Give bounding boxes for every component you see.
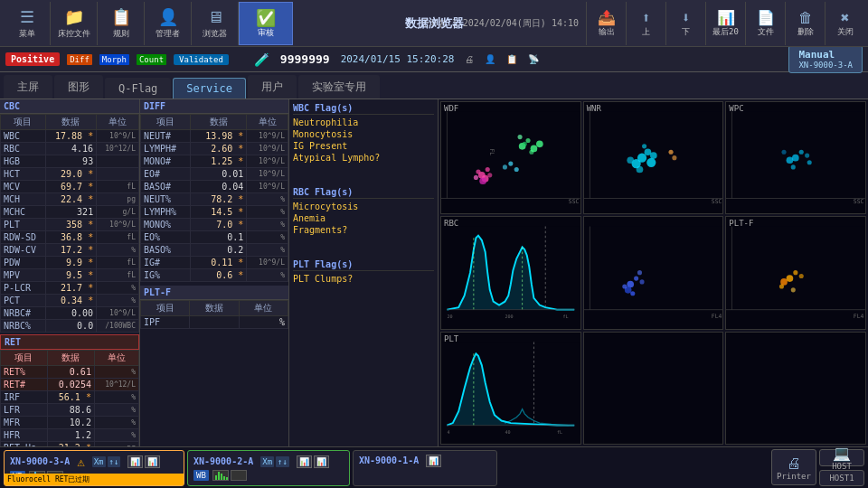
svg-point-14 [518, 135, 523, 139]
right-buttons: 🖨 Printer 💻 HOST HOST1 [771, 449, 864, 486]
cbc-row-name: WBC [1, 130, 46, 143]
taskbar-xn9000-2a[interactable]: XN-9000-2-A Xm ↑↓ 📊 📊 WB [187, 450, 350, 486]
cbc-row-unit: % [97, 244, 139, 257]
delete-button[interactable]: 🗑 删除 [785, 2, 825, 45]
diff-row-unit: % [247, 206, 288, 219]
diff-badge: Diff [67, 54, 92, 65]
cbc-row-name: PCT [1, 295, 46, 307]
manual-badge: Manual XN-9000-3-A [788, 45, 863, 73]
tab-main[interactable]: 主屏 [4, 75, 52, 99]
last20-button[interactable]: 📊 最后20 [705, 2, 745, 45]
taskbar-xn9000-3a[interactable]: XN-9000-3-A ⚠ Xm ↑↓ 📊 📊 WB [4, 450, 184, 486]
printer-button[interactable]: 🖨 Printer [771, 449, 816, 485]
diff-row-value: 7.0 * [190, 219, 247, 231]
tab-user[interactable]: 用户 [248, 75, 297, 99]
pltf-section: PLT-F 项目 数据 单位 IPF % [140, 286, 288, 329]
ret-row-value: 0.61 [47, 366, 94, 379]
cbc-row-name: MPV [1, 269, 46, 282]
diff-row-name: EO# [141, 168, 191, 181]
audit-button[interactable]: ✅ 审核 [239, 2, 293, 45]
diff-row-value: 0.1 [190, 231, 247, 244]
table-row: LYMPH#2.60 *10^9/L [141, 143, 288, 155]
diff-row-name: IG% [141, 269, 191, 282]
taskbar-xn9000-1a[interactable]: XN-9000-1-A 📊 [353, 450, 497, 486]
svg-point-6 [479, 177, 486, 184]
file-button[interactable]: 📄 文件 [745, 2, 785, 45]
diff-row-unit: % [247, 244, 288, 257]
bed-file-button[interactable]: 📁 床控文件 [51, 2, 98, 45]
diff-row-value: 13.98 * [190, 130, 247, 143]
table-row: MCV69.7 *fL [1, 181, 139, 193]
cbc-row-unit: /100WBC [97, 320, 139, 333]
diff-row-unit: 10^9/L [247, 168, 288, 181]
host-button[interactable]: 💻 HOST [819, 449, 864, 466]
table-row: WBC17.88 *10^9/L [1, 130, 139, 143]
ret-row-unit: pg [94, 442, 138, 447]
ret-row-name: LFR [1, 404, 48, 417]
svg-point-4 [476, 169, 480, 174]
table-row: HFR1.2% [1, 429, 139, 442]
admin-button[interactable]: 👤 管理者 [145, 2, 192, 45]
pltf-col-value: 数据 [190, 301, 239, 316]
patient-id: 9999999 [280, 52, 330, 66]
svg-point-32 [672, 155, 676, 160]
tab-qflag[interactable]: Q-Flag [105, 78, 171, 99]
browser-button[interactable]: 🖥 浏览器 [192, 2, 239, 45]
tab-service[interactable]: Service [173, 78, 246, 99]
diff-row-unit: % [247, 219, 288, 231]
diff-row-value: 0.6 * [190, 269, 247, 282]
table-row: LYMPH%14.5 *% [141, 206, 288, 219]
output-button[interactable]: 📤 输出 [586, 2, 626, 45]
svg-text:200: 200 [505, 314, 513, 319]
rbc-flags-header: RBC Flag(s) [293, 187, 434, 199]
menu-button[interactable]: ☰ 菜单 [4, 2, 51, 45]
ret-row-unit: % [94, 391, 138, 404]
tab-graph[interactable]: 图形 [54, 75, 103, 99]
mid-panel: DIFF 项目 数据 单位 NEUT#13.98 *10^9/LLYMPH#2.… [140, 99, 289, 446]
diff-header: DIFF [140, 99, 288, 114]
table-row: NRBC%0.0/100WBC [1, 320, 139, 333]
svg-point-60 [622, 285, 627, 289]
table-row: HCT29.0 * [1, 168, 139, 181]
svg-text:4: 4 [447, 428, 449, 434]
diff-row-value: 2.60 * [190, 143, 247, 155]
diff-row-name: MONO% [141, 219, 191, 231]
cbc-row-value: 93 [45, 155, 97, 168]
cbc-row-unit: 10^12/L [97, 143, 139, 155]
diff-row-name: NEUT% [141, 193, 191, 206]
down-button[interactable]: ⬇ 下 [665, 2, 705, 45]
diff-row-value: 14.5 * [190, 206, 247, 219]
host1-button[interactable]: HOST1 [819, 470, 864, 486]
cbc-row-value: 9.5 * [45, 269, 97, 282]
svg-point-17 [503, 164, 507, 169]
svg-point-71 [779, 285, 784, 289]
pltf-chart: PLT-F FL4 [725, 216, 866, 329]
svg-point-39 [787, 156, 794, 164]
table-row: LFR88.6% [1, 404, 139, 417]
svg-point-70 [799, 274, 804, 278]
table-row: NEUT%78.2 *% [141, 193, 288, 206]
diff-row-name: EO% [141, 231, 191, 244]
cbc-row-unit: % [97, 282, 139, 295]
validated-badge: Validated [174, 54, 229, 65]
svg-point-2 [486, 167, 490, 172]
tab-lab[interactable]: 实验室专用 [298, 75, 380, 99]
cbc-row-unit: fL [97, 181, 139, 193]
up-button[interactable]: ⬆ 上 [626, 2, 665, 45]
table-row: MCH22.4 *pg [1, 193, 139, 206]
ret-row-value: 0.0254 [47, 379, 94, 391]
rules-button[interactable]: 📋 规则 [98, 2, 145, 45]
cbc-row-value: 0.34 * [45, 295, 97, 307]
diff-row-value: 0.04 [190, 181, 247, 193]
close-button[interactable]: ✖ 关闭 [825, 2, 864, 45]
cbc-row-value: 321 [45, 206, 97, 219]
svg-point-5 [487, 173, 492, 177]
ret-row-unit: % [94, 404, 138, 417]
wbc-flag-4: Atypical Lympho? [293, 152, 434, 164]
svg-point-72 [791, 288, 796, 293]
ret-section: RET 项目 数据 单位 RET%0.61%RET#0.025410^12/LI… [0, 334, 139, 446]
positive-badge: Positive [5, 52, 60, 66]
wbc-flags-section: WBC Flag(s) Neutrophilia Monocytosis IG … [293, 103, 434, 164]
ret-row-value: 88.6 [47, 404, 94, 417]
plt-flags-header: PLT Flag(s) [293, 259, 434, 271]
